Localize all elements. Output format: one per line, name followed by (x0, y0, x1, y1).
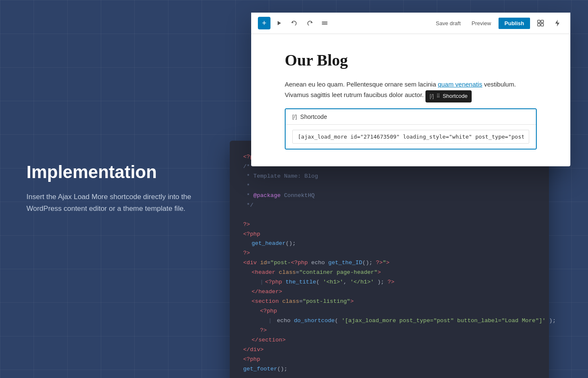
toolbar-left: + (258, 17, 331, 29)
code-token: "post- (270, 258, 291, 268)
code-line: <?php (243, 307, 536, 316)
publish-button[interactable]: Publish (499, 18, 530, 29)
code-token: get_footer (243, 365, 277, 374)
code-token: ?> (260, 326, 267, 336)
shortcode-tooltip: [/] ⠿ Shortcode (425, 90, 472, 102)
toolbar-right: Save draft Preview Publish (433, 17, 564, 29)
code-token: <?php (260, 307, 277, 316)
post-title: Our Blog (285, 51, 537, 69)
code-token: <div (243, 258, 257, 268)
code-token: class (282, 297, 299, 307)
code-line: <header class="container page-header"> (243, 268, 536, 278)
code-token (279, 297, 282, 307)
code-token: (); (362, 258, 376, 268)
save-draft-button[interactable]: Save draft (433, 18, 464, 29)
code-line: get_footer(); (243, 365, 536, 374)
code-line: </header> (243, 287, 536, 297)
code-token: * (243, 191, 253, 201)
code-token: ); (546, 316, 556, 326)
view-toggle-icon[interactable] (534, 17, 547, 29)
svg-rect-7 (541, 24, 543, 26)
left-section: Implementation Insert the Ajax Load More… (26, 162, 224, 214)
code-line: */ (243, 201, 536, 210)
code-line: </div> (243, 345, 536, 355)
code-token: */ (243, 201, 253, 210)
section-description: Insert the Ajax Load More shortcode dire… (26, 191, 224, 214)
code-token: '[ajax_load_more post_type="post" button… (341, 316, 546, 326)
svg-rect-5 (541, 20, 543, 23)
details-icon[interactable] (318, 17, 331, 29)
code-token: <?php (243, 230, 260, 239)
code-token: id (260, 258, 267, 268)
code-token (276, 268, 279, 278)
code-token: <?php (243, 355, 260, 365)
editor-content: Our Blog Aenean eu leo quam. Pellentesqu… (251, 34, 570, 166)
tooltip-label: Shortcode (443, 92, 467, 101)
undo-icon[interactable] (288, 17, 301, 29)
code-token (257, 258, 260, 268)
code-line: ?> (243, 249, 536, 258)
code-token: "container page-header" (299, 268, 377, 278)
code-token: = (299, 297, 302, 307)
code-line: * (243, 181, 536, 191)
code-line: ?> (243, 220, 536, 230)
code-line: <?php (243, 355, 536, 365)
code-token: (); (277, 365, 287, 374)
code-token: </section> (252, 336, 286, 345)
code-token: * Template Name: Blog (243, 172, 318, 181)
lightning-icon[interactable] (551, 17, 564, 29)
code-token: do_shortcode (294, 316, 335, 326)
code-token: * (243, 181, 250, 191)
redo-icon[interactable] (303, 17, 316, 29)
code-token: ); (374, 278, 387, 287)
wp-toolbar: + (251, 13, 570, 34)
code-line: <?php (243, 230, 536, 239)
code-token: ?> (243, 249, 250, 258)
code-token: "post-listing" (303, 297, 350, 307)
code-token: ( (316, 278, 323, 287)
code-line: | echo do_shortcode( '[ajax_load_more po… (243, 316, 536, 326)
play-icon[interactable] (273, 17, 286, 29)
tooltip-bracket: [/] (430, 92, 434, 100)
code-line: ?> (243, 326, 536, 336)
code-token: | (260, 278, 263, 287)
body-text-1: Aenean eu leo quam. Pellentesque ornare … (285, 81, 438, 88)
add-block-button[interactable]: + (258, 17, 270, 29)
code-token: ?> (388, 278, 394, 287)
body-link[interactable]: quam venenatis (438, 81, 482, 88)
post-body: Aenean eu leo quam. Pellentesque ornare … (285, 79, 537, 102)
code-token (282, 278, 286, 287)
code-token: </div> (243, 345, 264, 355)
code-token: ConnektHQ (281, 191, 315, 201)
code-line: * Template Name: Blog (243, 172, 536, 181)
code-line: <section class="post-listing"> (243, 297, 536, 307)
code-token: ?> (376, 258, 383, 268)
plus-icon: + (262, 19, 267, 28)
code-token: ?> (243, 220, 250, 230)
code-line: * @package ConnektHQ (243, 191, 536, 201)
code-token: ( (335, 316, 341, 326)
shortcode-block-header: [/] Shortcode (286, 109, 536, 125)
code-token: the_title (286, 278, 316, 287)
code-token: | (268, 316, 272, 326)
shortcode-bracket-icon: [/] (292, 113, 297, 120)
code-panel: <?php /** * Template Name: Blog * * @pac… (230, 141, 549, 378)
code-token: > (386, 258, 389, 268)
code-token: <?php (291, 258, 308, 268)
code-line: <div id="post-<?php echo get_the_ID(); ?… (243, 258, 536, 268)
code-token: <?php (265, 278, 282, 287)
code-token: echo (273, 316, 294, 326)
code-token: > (378, 268, 381, 278)
code-token: class (279, 268, 296, 278)
code-token: echo (308, 258, 328, 268)
preview-button[interactable]: Preview (468, 18, 494, 29)
code-token: " (383, 258, 386, 268)
shortcode-block-content (286, 125, 536, 149)
code-line (243, 210, 536, 220)
code-token: get_header (252, 239, 286, 249)
shortcode-input[interactable] (292, 130, 529, 144)
shortcode-block: [/] Shortcode (285, 108, 537, 150)
code-token: '<h1>' (323, 278, 344, 287)
code-token: </header> (252, 287, 282, 297)
code-token: <header (252, 268, 276, 278)
